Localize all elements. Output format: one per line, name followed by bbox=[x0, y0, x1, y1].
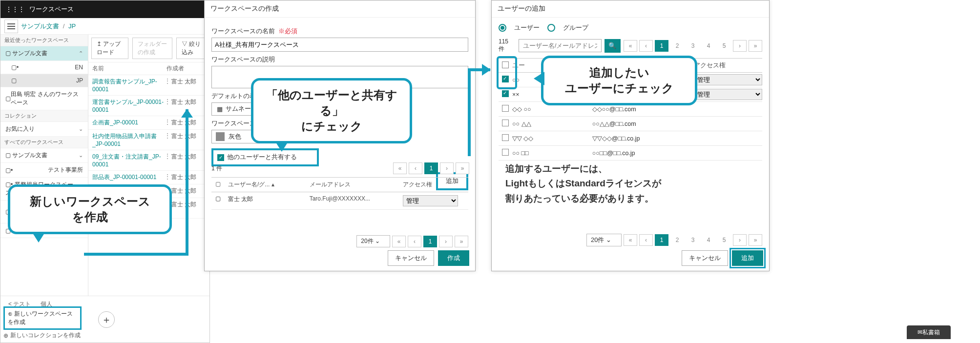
sidebar-item-test[interactable]: ▢• テスト事業所 bbox=[0, 163, 88, 178]
col-creator[interactable]: 作成者 bbox=[167, 64, 206, 73]
checkbox-highlight bbox=[497, 56, 517, 89]
checkbox-checked-icon[interactable]: ✓ bbox=[217, 154, 224, 161]
page-first-button[interactable]: « bbox=[392, 236, 406, 247]
workspace-name-input[interactable] bbox=[211, 38, 468, 52]
radio-group[interactable] bbox=[547, 24, 555, 32]
head-name[interactable]: ユーザー名/グ... ▴ bbox=[224, 178, 306, 192]
radio-user[interactable] bbox=[499, 24, 506, 32]
page-5-button[interactable]: 5 bbox=[717, 234, 731, 246]
row-checkbox[interactable] bbox=[502, 134, 509, 141]
head-access[interactable]: アクセス権 bbox=[399, 178, 468, 192]
page-last-button[interactable]: » bbox=[456, 162, 469, 174]
app-header: ⋮⋮⋮ ワークスペース bbox=[0, 0, 209, 18]
list-item[interactable]: 社内使用物品購入申請書_JP-00001⋮富士 太郎 bbox=[88, 130, 209, 150]
cancel-button[interactable]: キャンセル bbox=[388, 250, 434, 266]
row-checkbox[interactable] bbox=[502, 105, 509, 112]
page-prev-button[interactable]: ‹ bbox=[639, 234, 653, 246]
desc-label: ワークスペースの説明 bbox=[211, 56, 468, 64]
list-item[interactable]: 調査報告書サンプル_JP-00001⋮富士 太郎 bbox=[88, 75, 209, 96]
head-mail[interactable]: メールアドレス bbox=[306, 178, 399, 192]
result-count: 115 件 bbox=[499, 38, 516, 53]
row-checkbox[interactable] bbox=[502, 120, 509, 126]
row-checkbox[interactable] bbox=[502, 90, 509, 97]
page-2-button[interactable]: 2 bbox=[670, 40, 684, 52]
page-next-button[interactable]: › bbox=[733, 40, 747, 52]
page-4-button[interactable]: 4 bbox=[702, 234, 715, 246]
page-last-button[interactable]: » bbox=[455, 236, 468, 247]
col-name[interactable]: 名前 bbox=[92, 64, 167, 73]
private-box-tab[interactable]: ✉ 私書箱 bbox=[907, 325, 951, 339]
name-label: ワークスペースの名前 ※必須 bbox=[211, 27, 468, 36]
head-check[interactable]: ▢ bbox=[211, 178, 224, 192]
sidebar-item-sample-docs[interactable]: ▢ サンプル文書⌃ bbox=[0, 46, 88, 61]
page-3-button[interactable]: 3 bbox=[686, 40, 700, 52]
create-button[interactable]: 作成 bbox=[438, 250, 469, 266]
callout-check-user: 追加したいユーザーにチェック bbox=[541, 56, 697, 105]
page-prev-button[interactable]: ‹ bbox=[408, 236, 421, 247]
search-button[interactable]: 🔍 bbox=[605, 39, 621, 53]
page-5-button[interactable]: 5 bbox=[717, 40, 731, 52]
new-folder-button[interactable]: フォルダーの作成 bbox=[132, 38, 172, 59]
apps-icon[interactable]: ⋮⋮⋮ bbox=[5, 5, 24, 13]
table-row[interactable]: ▢ 富士 太郎 Taro.Fuji@XXXXXXX... 管理 bbox=[211, 192, 468, 210]
pagesize-select[interactable]: 20件 ⌄ bbox=[356, 235, 390, 247]
page-next-button[interactable]: › bbox=[733, 234, 747, 246]
sidebar-item-favorites[interactable]: お気に入り⌄ bbox=[0, 122, 88, 137]
filter-button[interactable]: ▽ 絞り込み bbox=[176, 38, 207, 59]
page-last-button[interactable]: » bbox=[749, 234, 762, 246]
list-item[interactable]: 09_注文書・注文請書_JP-00001⋮富士 太郎 bbox=[88, 150, 209, 171]
breadcrumb-leaf[interactable]: JP bbox=[68, 22, 76, 30]
page-1-button[interactable]: 1 bbox=[655, 40, 668, 52]
table-row[interactable]: ○○ □□○○□□@□□.co.jp bbox=[499, 146, 762, 161]
page-next-button[interactable]: › bbox=[439, 236, 453, 247]
cancel-button[interactable]: キャンセル bbox=[682, 250, 728, 266]
breadcrumb-root[interactable]: サンプル文書 bbox=[21, 22, 59, 30]
page-3-button[interactable]: 3 bbox=[686, 234, 700, 246]
chevron-up-icon[interactable]: ⌃ bbox=[79, 50, 83, 57]
access-select[interactable]: 管理 bbox=[694, 74, 762, 85]
type-radio-group: ユーザー グループ bbox=[492, 18, 769, 38]
page-first-button[interactable]: « bbox=[624, 40, 637, 52]
sidebar-item-jp[interactable]: ▢ JP bbox=[0, 74, 88, 87]
access-select[interactable]: 管理 bbox=[694, 89, 762, 100]
pagesize-select[interactable]: 20件 ⌄ bbox=[586, 234, 622, 246]
flow-arrow bbox=[186, 109, 188, 253]
upload-button[interactable]: ↥ アップロード bbox=[91, 38, 128, 59]
sidebar-item-tajima[interactable]: ▢ 田島 明宏 さんのワークスペース bbox=[0, 87, 88, 110]
row-checkbox[interactable] bbox=[502, 149, 509, 156]
page-prev-button[interactable]: ‹ bbox=[409, 162, 422, 174]
add-button[interactable]: 追加 bbox=[732, 250, 763, 266]
page-1-button[interactable]: 1 bbox=[655, 234, 668, 246]
chevron-down-icon[interactable]: ⌄ bbox=[79, 126, 83, 132]
sidebar-item-en[interactable]: ▢• EN bbox=[0, 61, 88, 74]
page-1-button[interactable]: 1 bbox=[424, 162, 438, 174]
table-row[interactable]: ▽▽ ◇◇▽▽◇◇@□□.co.jp bbox=[499, 131, 762, 146]
create-collection-button[interactable]: ⊕ 新しいコレクションを作成 bbox=[3, 331, 81, 340]
list-item[interactable]: 企画書_JP-00001⋮富士 太郎 bbox=[88, 116, 209, 130]
head-access[interactable]: アクセス権 bbox=[694, 61, 762, 70]
list-item[interactable]: 部品表_JP-00001-00001⋮富士 太郎 bbox=[88, 171, 209, 184]
page-next-button[interactable]: › bbox=[440, 162, 454, 174]
hamburger-icon[interactable] bbox=[4, 20, 18, 33]
share-checkbox-row[interactable]: ✓他のユーザーと共有する bbox=[211, 148, 319, 166]
page-last-button[interactable]: » bbox=[749, 40, 762, 52]
license-note: 追加するユーザーには、 LightもしくはStandardライセンスが 割りあた… bbox=[505, 161, 661, 206]
add-button[interactable]: ＋ bbox=[98, 311, 115, 328]
page-4-button[interactable]: 4 bbox=[702, 40, 715, 52]
list-toolbar: ↥ アップロード フォルダーの作成 ▽ 絞り込み bbox=[88, 35, 209, 62]
breadcrumb[interactable]: サンプル文書 / JP bbox=[21, 22, 76, 31]
callout-share-check: 「他のユーザーと共有する」にチェック bbox=[251, 78, 412, 143]
pager-bottom: 20件 ⌄ « ‹ 1 2 3 4 5 › » bbox=[499, 234, 762, 246]
page-2-button[interactable]: 2 bbox=[670, 234, 684, 246]
sidebar-item-sample2[interactable]: ▢ サンプル文書⌄ bbox=[0, 148, 88, 163]
cell-mail: Taro.Fuji@XXXXXXX... bbox=[306, 192, 399, 209]
page-prev-button[interactable]: ‹ bbox=[639, 40, 653, 52]
page-first-button[interactable]: « bbox=[624, 234, 637, 246]
create-workspace-button[interactable]: ⊕ 新しいワークスペースを作成 bbox=[3, 306, 82, 330]
page-first-button[interactable]: « bbox=[393, 162, 407, 174]
flow-arrow bbox=[84, 253, 188, 256]
table-row[interactable]: ○○ △△○○△△@□□.com bbox=[499, 117, 762, 131]
access-select[interactable]: 管理 bbox=[403, 195, 458, 206]
search-input[interactable] bbox=[519, 39, 602, 52]
page-1-button[interactable]: 1 bbox=[423, 236, 437, 247]
